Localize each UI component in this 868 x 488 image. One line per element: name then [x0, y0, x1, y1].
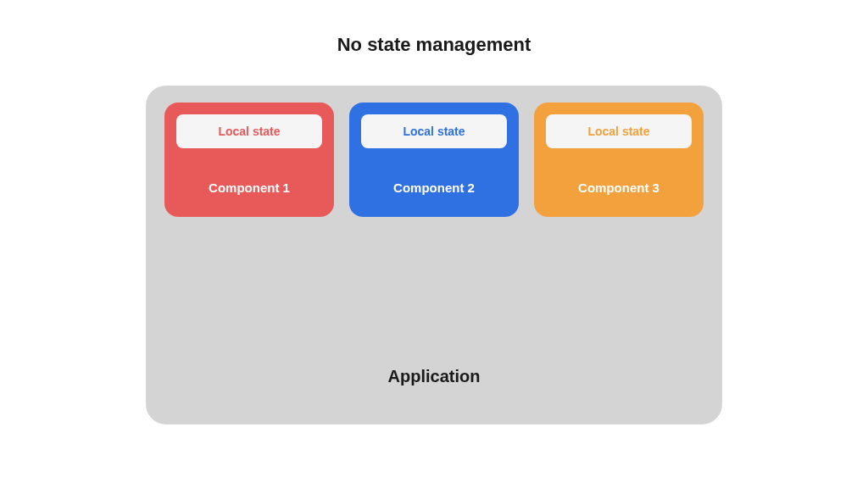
local-state-badge: Local state	[546, 114, 692, 148]
component-label: Component 2	[393, 180, 475, 195]
component-label: Component 1	[209, 180, 290, 195]
local-state-badge: Local state	[361, 114, 507, 148]
components-row: Local state Component 1 Local state Comp…	[164, 103, 704, 217]
local-state-badge: Local state	[176, 114, 322, 148]
component-card-1: Local state Component 1	[164, 103, 334, 217]
component-card-2: Local state Component 2	[349, 103, 519, 217]
component-label: Component 3	[578, 180, 659, 195]
application-container: Local state Component 1 Local state Comp…	[146, 86, 722, 424]
application-label: Application	[164, 367, 704, 386]
diagram-title: No state management	[337, 34, 531, 56]
component-card-3: Local state Component 3	[534, 103, 704, 217]
